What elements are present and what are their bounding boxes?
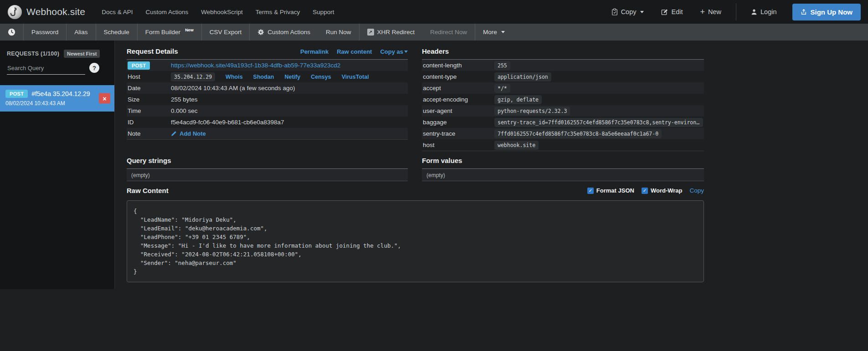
xhr-redirect-label: XHR Redirect [377,29,415,36]
webhook-url-link[interactable]: https://webhook.site/49a193cf-1b38-4dfb-… [171,62,340,69]
webhook-logo-icon [7,5,22,20]
header-row: content-type application/json [422,71,704,82]
add-note-button[interactable]: Add Note [171,130,206,137]
time-label: Time [128,107,171,114]
raw-content-title: Raw Content [127,187,169,194]
toolbar-redirect-now: Redirect Now [422,24,475,41]
toolbar-xhr-redirect[interactable]: ↗ XHR Redirect [360,24,423,41]
raw-content-body[interactable]: { "LeadName": "Midoriya Deku", "LeadEmai… [127,200,704,282]
host-lookup-link[interactable]: Netify [284,74,300,80]
word-wrap-label: Word-Wrap [651,187,683,194]
id-label: ID [128,119,171,126]
header-name: host [423,142,494,148]
toolbar-alias[interactable]: Alias [67,24,95,41]
note-row: Note Add Note [127,128,408,139]
navbar-right: Copy Edit + New Login [604,3,861,20]
headers-title: Headers [422,47,449,55]
header-value: gzip, deflate [494,95,542,104]
request-date: 08/02/2024 10:43:43 AM [5,100,109,107]
raw-content-section: Raw Content ✓ Format JSON ✓ Word-Wrap Co… [127,187,704,282]
toolbar-password[interactable]: Password [24,24,66,41]
signup-label: Sign Up Now [811,8,853,16]
sort-order-badge[interactable]: Newest First [64,50,100,58]
method-badge: POST [128,61,150,70]
toolbar-form-builder[interactable]: Form Builder New [138,24,201,41]
request-list-item[interactable]: POST #f5e4a 35.204.12.29 08/02/2024 10:4… [0,85,114,112]
toolbar-csv-export[interactable]: CSV Export [202,24,250,41]
form-values-empty: (empty) [422,169,704,181]
header-value: python-requests/2.32.3 [494,107,570,116]
toolbar-more-menu[interactable]: More [475,24,513,41]
query-strings-section: Query strings (empty) [127,157,408,181]
navbar-link[interactable]: Support [306,9,340,15]
chevron-down-icon [501,31,505,33]
navbar-divider [736,3,736,20]
gear-icon [257,29,264,36]
time-row: Time 0.000 sec [127,105,408,117]
copy-raw-content-button[interactable]: Copy [689,187,704,194]
form-values-section: Form values (empty) [422,157,704,181]
new-label: New [708,8,721,15]
chevron-down-icon [404,51,408,53]
header-name: accept-encoding [423,96,494,103]
header-value: 255 [494,61,510,70]
checkbox-checked-icon: ✓ [642,188,648,194]
headers-table: content-length 255 content-type applicat… [422,60,704,151]
login-button[interactable]: Login [744,8,784,15]
header-row: user-agent python-requests/2.32.3 [422,105,704,117]
header-value: application/json [494,72,551,81]
date-label: Date [128,85,171,92]
word-wrap-checkbox[interactable]: ✓ Word-Wrap [642,187,683,194]
search-input[interactable] [7,63,85,75]
checkbox-checked-icon: ✓ [587,188,594,194]
host-lookup-link[interactable]: VirusTotal [342,74,369,80]
new-button[interactable]: + New [693,8,729,16]
header-row: content-length 255 [422,60,704,71]
edit-button[interactable]: Edit [654,8,690,15]
time-value: 0.000 sec [171,107,198,114]
pencil-icon [171,131,177,137]
form-builder-label: Form Builder [145,29,180,36]
secondary-toolbar: Password Alias Schedule Form Builder New… [0,24,868,41]
header-value: sentry-trace_id=7ffd0162557c4efd8586f7c3… [494,118,703,127]
content-area: REQUESTS (1/100) Newest First ? POST #f5… [0,41,868,289]
format-json-checkbox[interactable]: ✓ Format JSON [587,187,634,194]
help-button[interactable]: ? [89,63,99,73]
header-value: */* [494,84,510,93]
toolbar-run-now[interactable]: Run Now [318,24,359,41]
host-lookup-link[interactable]: Shodan [253,74,274,80]
delete-request-button[interactable]: × [99,93,110,104]
plus-icon: + [700,8,705,16]
signup-button[interactable]: Sign Up Now [792,4,861,20]
requests-sidebar: REQUESTS (1/100) Newest First ? POST #f5… [0,41,115,289]
url-row: POST https://webhook.site/49a193cf-1b38-… [127,60,408,71]
upload-box-icon [801,9,807,15]
clipboard-icon [611,8,618,15]
sidebar-header: REQUESTS (1/100) Newest First ? [0,41,114,75]
brand-home-link[interactable]: Webhook.site [7,5,85,20]
note-label: Note [128,130,171,137]
id-value: f5e4acd9-fc06-40e9-b681-cb6e0a8398a7 [171,119,284,126]
navbar-link[interactable]: Docs & API [95,9,139,15]
header-row: accept */* [422,82,704,94]
permalink-link[interactable]: Permalink [300,48,329,55]
header-name: baggage [423,119,494,126]
requests-clock-button[interactable] [0,24,23,41]
copy-menu-button[interactable]: Copy [604,8,652,15]
toolbar-custom-actions[interactable]: Custom Actions [250,24,318,41]
host-label: Host [128,73,171,80]
method-badge: POST [5,90,28,98]
query-strings-empty: (empty) [127,169,408,181]
navbar-link[interactable]: Custom Actions [139,9,195,15]
header-row: baggage sentry-trace_id=7ffd0162557c4efd… [422,117,704,128]
navbar-link[interactable]: Terms & Privacy [249,9,307,15]
size-value: 255 bytes [171,96,198,103]
toolbar-schedule[interactable]: Schedule [96,24,137,41]
navbar-link[interactable]: WebhookScript [195,9,249,15]
copy-as-menu[interactable]: Copy as [380,48,408,55]
host-lookup-link[interactable]: Censys [311,74,331,80]
more-label: More [483,29,497,36]
host-lookup-link[interactable]: Whois [226,74,243,80]
raw-content-link[interactable]: Raw content [337,48,372,55]
custom-actions-label: Custom Actions [267,29,310,36]
